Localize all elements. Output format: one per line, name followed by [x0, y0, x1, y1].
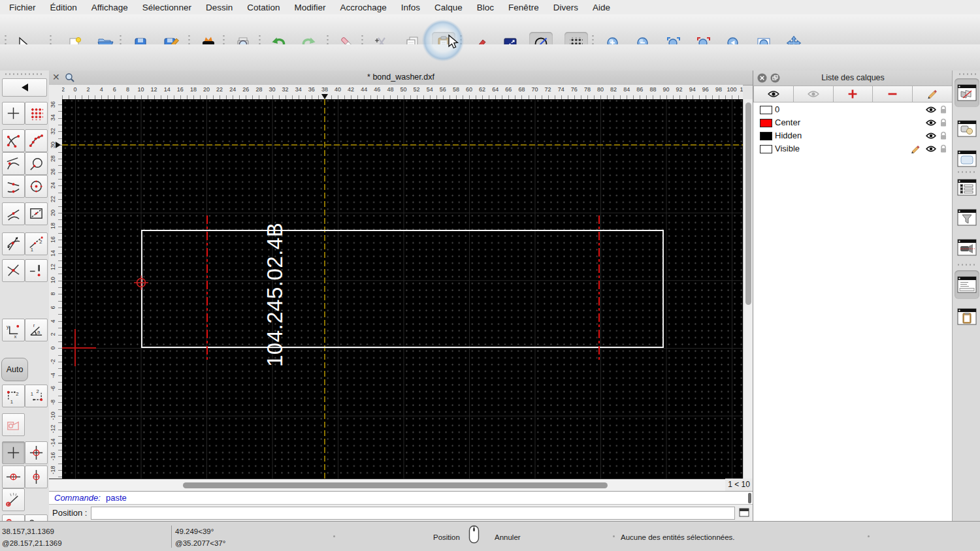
menu-item-calque[interactable]: Calque	[434, 3, 463, 12]
snap-free-button[interactable]	[2, 102, 25, 125]
center-snap-icon	[28, 178, 44, 195]
centerline-left	[206, 215, 208, 362]
restrict-vertical-button[interactable]	[25, 465, 48, 488]
menu-item-dessin[interactable]: Dessin	[206, 3, 233, 12]
position-window-button[interactable]	[739, 508, 749, 520]
eye-open-icon	[767, 89, 780, 99]
middle-snap-icon	[5, 178, 22, 195]
layer-name: 0	[775, 104, 779, 114]
v-ruler-marker	[56, 142, 61, 148]
h-ruler-label: 102	[737, 86, 743, 93]
show-all-layers-button[interactable]	[753, 86, 794, 102]
position-input[interactable]	[91, 507, 735, 520]
snap-grid-button[interactable]	[25, 102, 48, 125]
dock-library-browser-button[interactable]	[956, 148, 978, 170]
add-layer-button[interactable]	[834, 86, 874, 102]
coord-two-point-a-button[interactable]: 12	[2, 385, 25, 407]
menu-item-divers[interactable]: Divers	[553, 3, 578, 12]
remove-layer-button[interactable]	[873, 86, 913, 102]
menu-item-edition[interactable]: Édition	[50, 3, 77, 12]
menu-item-infos[interactable]: Infos	[401, 3, 420, 12]
layer-row-hidden[interactable]: Hidden	[753, 129, 953, 142]
dock-filter-button[interactable]	[956, 206, 978, 228]
snap-middle-button[interactable]	[2, 175, 25, 198]
statusbar-separator-dot	[613, 535, 615, 537]
snap-back-button[interactable]	[2, 78, 47, 97]
clipboard-window-icon	[957, 308, 977, 325]
svg-text:x: x	[14, 334, 16, 338]
svg-text:r: r	[33, 323, 35, 328]
horizontal-scrollbar-thumb[interactable]	[183, 482, 608, 488]
layer-lock-icon[interactable]	[939, 105, 947, 116]
command-scrollbar-thumb[interactable]	[748, 493, 751, 503]
layer-visibility-icon[interactable]	[926, 132, 936, 142]
block-list-window-icon	[957, 120, 977, 137]
main-toolbar: SVG	[0, 14, 980, 45]
drawing-text: 104.245.02.4B	[263, 223, 287, 367]
statusbar-divider	[171, 526, 172, 548]
ruler-corner	[49, 85, 62, 100]
vertical-scrollbar-thumb[interactable]	[745, 102, 751, 305]
restrict-horizontal-button[interactable]	[2, 465, 25, 488]
coord-two-point-b-button[interactable]: 12	[25, 385, 48, 407]
snap-center-button[interactable]	[25, 175, 48, 198]
dock-handle[interactable]	[958, 73, 976, 75]
snap-on-entity-button[interactable]	[25, 129, 48, 152]
snap-intersection-button[interactable]	[2, 232, 25, 255]
hide-all-layers-button[interactable]	[794, 86, 834, 102]
layer-color-swatch	[760, 106, 772, 114]
snap-endpoints-button[interactable]	[2, 129, 25, 152]
layers-panel-toolbar	[753, 86, 953, 102]
snap-nearest-button[interactable]	[2, 202, 25, 225]
dock-entity-list-button[interactable]	[956, 176, 978, 198]
two-point-b-icon: 12	[28, 388, 44, 404]
layer-lock-icon[interactable]	[939, 131, 947, 142]
layer-lock-icon[interactable]	[939, 118, 947, 129]
command-history[interactable]: Commande: paste	[49, 491, 753, 505]
menu-item-affichage[interactable]: Affichage	[91, 3, 128, 12]
restrict-nothing-button[interactable]	[2, 441, 25, 464]
dock-separator	[956, 264, 977, 266]
menu-item-bloc[interactable]: Bloc	[477, 3, 494, 12]
menu-item-fichier[interactable]: Fichier	[9, 3, 36, 12]
restrict-both-icon	[28, 445, 44, 461]
dock-command-line-button[interactable]	[955, 270, 979, 299]
toolbar-handle[interactable]	[4, 73, 43, 75]
snap-cross-button[interactable]	[2, 259, 25, 282]
layer-row-0[interactable]: 0	[753, 103, 953, 116]
document-title: * bond_washer.dxf	[49, 72, 753, 82]
snap-angle-button[interactable]	[2, 488, 25, 511]
menu-item-fenetre[interactable]: Fenêtre	[508, 3, 539, 12]
layer-name: Visible	[775, 144, 800, 153]
menu-item-cotation[interactable]: Cotation	[247, 3, 280, 12]
menu-item-modifier[interactable]: Modifier	[294, 3, 325, 12]
dock-dimension-button[interactable]	[956, 236, 978, 259]
dock-clipboard-button[interactable]	[956, 306, 978, 328]
menu-item-selectionner[interactable]: Sélectionner	[142, 3, 191, 12]
layer-visibility-icon[interactable]	[926, 145, 936, 155]
snap-circle-button[interactable]	[25, 152, 48, 175]
drawing-canvas[interactable]: 104.245.02.4B	[62, 99, 743, 479]
coord-polar-button[interactable]: ra	[25, 319, 48, 341]
layer-visibility-icon[interactable]	[926, 106, 936, 116]
snap-auto-button[interactable]: Auto	[1, 358, 28, 381]
restrict-both-button[interactable]	[25, 441, 48, 464]
layer-visibility-icon[interactable]	[926, 119, 936, 129]
vertical-scrollbar[interactable]	[743, 99, 753, 479]
edit-layer-button[interactable]	[913, 86, 953, 102]
snap-restrict-rect-button[interactable]	[25, 202, 48, 225]
dock-block-list-button[interactable]	[956, 118, 978, 140]
restrict-ortho-button[interactable]	[2, 413, 25, 436]
snap-intersection-manual-button[interactable]: 12	[25, 232, 48, 255]
coord-cartesian-button[interactable]: yx	[2, 319, 25, 341]
layer-row-center[interactable]: Center	[753, 116, 953, 129]
snap-tangent-button[interactable]	[2, 152, 25, 175]
menu-item-aide[interactable]: Aide	[593, 3, 610, 12]
auto-label: Auto	[7, 365, 24, 374]
horizontal-scrollbar[interactable]	[49, 479, 725, 492]
dock-layer-list-button[interactable]	[955, 78, 979, 107]
menu-item-accrochage[interactable]: Accrochage	[340, 3, 386, 12]
layer-row-visible[interactable]: Visible	[753, 142, 953, 155]
layer-lock-icon[interactable]	[939, 144, 947, 155]
snap-dash-exclaim-button[interactable]	[25, 259, 48, 282]
